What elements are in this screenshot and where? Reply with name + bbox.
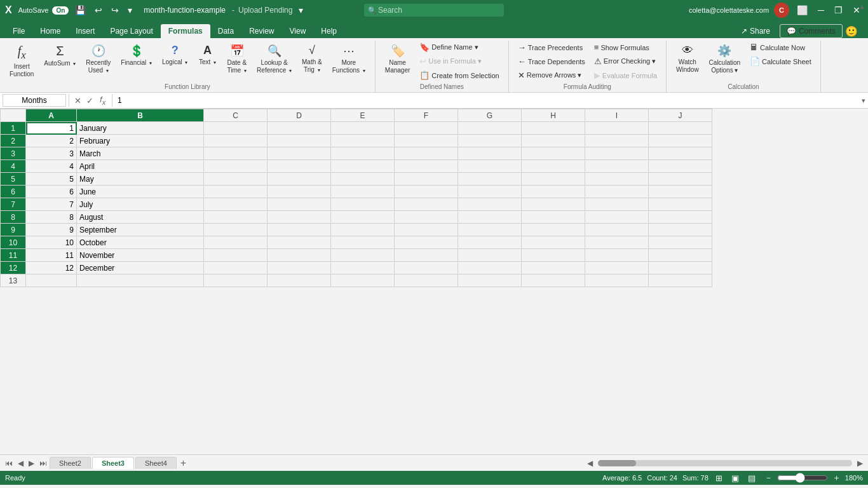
- formula-input[interactable]: [115, 95, 862, 106]
- cell-j4[interactable]: [649, 160, 712, 173]
- sheet-nav-first[interactable]: ⏮: [3, 458, 15, 469]
- cell-g10[interactable]: [458, 236, 522, 249]
- cell-f10[interactable]: [395, 236, 458, 249]
- cell-a11[interactable]: 11: [26, 249, 77, 262]
- cell-e1[interactable]: [331, 122, 395, 135]
- cell-i3[interactable]: [585, 147, 649, 160]
- col-header-b[interactable]: B: [77, 109, 204, 122]
- cell-g8[interactable]: [458, 211, 522, 224]
- cell-f5[interactable]: [395, 173, 458, 186]
- cell-e11[interactable]: [331, 249, 395, 262]
- cell-j3[interactable]: [649, 147, 712, 160]
- col-header-f[interactable]: F: [395, 109, 458, 122]
- col-header-a[interactable]: A: [26, 109, 77, 122]
- horizontal-scrollbar[interactable]: [598, 460, 852, 466]
- cell-j6[interactable]: [649, 186, 712, 198]
- tab-formulas[interactable]: Formulas: [161, 24, 210, 38]
- share-button[interactable]: ↗ Share: [734, 24, 777, 38]
- cell-d5[interactable]: [268, 173, 331, 186]
- cell-b3[interactable]: March: [77, 147, 204, 160]
- col-header-j[interactable]: J: [649, 109, 712, 122]
- customize-qat-button[interactable]: ▾: [125, 4, 135, 17]
- cell-f13[interactable]: [395, 274, 458, 287]
- cell-g11[interactable]: [458, 249, 522, 262]
- tab-help[interactable]: Help: [313, 24, 344, 38]
- col-header-i[interactable]: I: [585, 109, 649, 122]
- cell-b7[interactable]: July: [77, 198, 204, 211]
- cell-d9[interactable]: [268, 224, 331, 236]
- cell-g7[interactable]: [458, 198, 522, 211]
- cell-j1[interactable]: [649, 122, 712, 135]
- row-number-8[interactable]: 8: [1, 211, 26, 224]
- cell-i4[interactable]: [585, 160, 649, 173]
- horizontal-scroll-right[interactable]: ▶: [855, 458, 865, 469]
- cell-f11[interactable]: [395, 249, 458, 262]
- cell-e7[interactable]: [331, 198, 395, 211]
- cell-b1[interactable]: January: [77, 122, 204, 135]
- sheet-nav-prev[interactable]: ◀: [15, 458, 26, 469]
- cell-c7[interactable]: [204, 198, 268, 211]
- cell-c12[interactable]: [204, 262, 268, 274]
- cell-d7[interactable]: [268, 198, 331, 211]
- cell-c1[interactable]: [204, 122, 268, 135]
- cell-i1[interactable]: [585, 122, 649, 135]
- cell-i6[interactable]: [585, 186, 649, 198]
- cell-b4[interactable]: April: [77, 160, 204, 173]
- cell-h5[interactable]: [522, 173, 585, 186]
- cell-e10[interactable]: [331, 236, 395, 249]
- cell-e6[interactable]: [331, 186, 395, 198]
- text-button[interactable]: A Text ▾: [193, 41, 221, 69]
- cell-j12[interactable]: [649, 262, 712, 274]
- cell-e3[interactable]: [331, 147, 395, 160]
- sheet-tab-sheet4[interactable]: Sheet4: [135, 457, 177, 469]
- ribbon-collapse-button[interactable]: ▲: [858, 3, 865, 10]
- insert-function-button[interactable]: fx InsertFunction: [5, 41, 38, 81]
- cell-b2[interactable]: February: [77, 135, 204, 147]
- cell-h7[interactable]: [522, 198, 585, 211]
- page-break-view-button[interactable]: ▤: [746, 473, 757, 484]
- cell-a1[interactable]: 1: [26, 122, 77, 135]
- add-sheet-button[interactable]: +: [178, 458, 189, 469]
- cell-i7[interactable]: [585, 198, 649, 211]
- cell-c10[interactable]: [204, 236, 268, 249]
- cell-e8[interactable]: [331, 211, 395, 224]
- cell-a3[interactable]: 3: [26, 147, 77, 160]
- cell-b9[interactable]: September: [77, 224, 204, 236]
- sheet-tab-sheet2[interactable]: Sheet2: [50, 457, 91, 469]
- cell-j5[interactable]: [649, 173, 712, 186]
- cell-d4[interactable]: [268, 160, 331, 173]
- cell-g9[interactable]: [458, 224, 522, 236]
- redo-button[interactable]: ↪: [109, 4, 121, 17]
- row-number-6[interactable]: 6: [1, 186, 26, 198]
- cell-j2[interactable]: [649, 135, 712, 147]
- cell-i12[interactable]: [585, 262, 649, 274]
- normal-view-button[interactable]: ⊞: [714, 473, 724, 484]
- minimize-button[interactable]: ─: [815, 4, 827, 17]
- cell-b5[interactable]: May: [77, 173, 204, 186]
- save-button[interactable]: 💾: [72, 4, 88, 17]
- calculate-sheet-button[interactable]: 📄 Calculate Sheet: [746, 55, 815, 68]
- sheet-tab-sheet3[interactable]: Sheet3: [92, 457, 134, 469]
- col-header-d[interactable]: D: [268, 109, 331, 122]
- row-number-2[interactable]: 2: [1, 135, 26, 147]
- cell-f6[interactable]: [395, 186, 458, 198]
- cell-d6[interactable]: [268, 186, 331, 198]
- tab-file[interactable]: File: [5, 24, 32, 38]
- date-time-button[interactable]: 📅 Date &Time ▾: [222, 41, 251, 78]
- row-number-7[interactable]: 7: [1, 198, 26, 211]
- cell-i11[interactable]: [585, 249, 649, 262]
- evaluate-formula-button[interactable]: ▶ Evaluate Formula: [590, 69, 661, 82]
- tab-view[interactable]: View: [282, 24, 314, 38]
- cell-g3[interactable]: [458, 147, 522, 160]
- row-number-5[interactable]: 5: [1, 173, 26, 186]
- cell-j9[interactable]: [649, 224, 712, 236]
- watch-window-button[interactable]: 👁 WatchWindow: [672, 41, 703, 77]
- autosave-toggle[interactable]: On: [52, 6, 69, 15]
- cell-a5[interactable]: 5: [26, 173, 77, 186]
- cell-e2[interactable]: [331, 135, 395, 147]
- cell-g6[interactable]: [458, 186, 522, 198]
- restore-button[interactable]: ❐: [832, 4, 845, 17]
- sheet-nav-next[interactable]: ▶: [26, 458, 37, 469]
- cell-e13[interactable]: [331, 274, 395, 287]
- cell-f9[interactable]: [395, 224, 458, 236]
